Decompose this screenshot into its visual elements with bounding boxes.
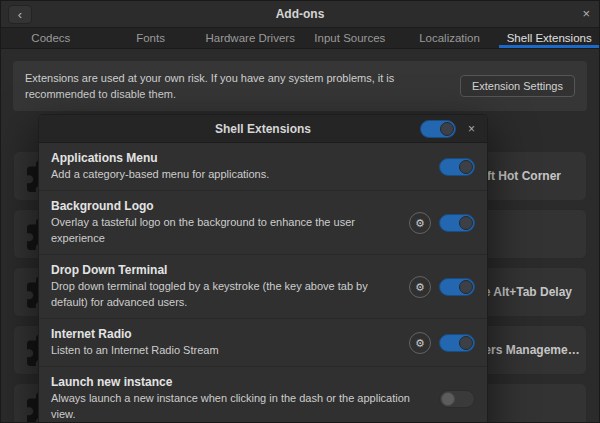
extension-name: Applications Menu bbox=[51, 151, 431, 165]
dialog-master-toggle[interactable] bbox=[420, 120, 456, 138]
row-toggle[interactable] bbox=[439, 278, 475, 296]
extension-description: Always launch a new instance when clicki… bbox=[51, 391, 431, 422]
shell-extensions-dialog: Shell Extensions × Applications Menu Add… bbox=[38, 114, 488, 423]
tab-bar: Codecs Fonts Hardware Drivers Input Sour… bbox=[1, 28, 599, 49]
extension-settings-button[interactable]: Extension Settings bbox=[460, 75, 575, 97]
tab-label: Shell Extensions bbox=[507, 32, 592, 44]
toggle-knob bbox=[441, 392, 455, 406]
row-toggle[interactable] bbox=[439, 214, 475, 232]
tab-shell-extensions[interactable]: Shell Extensions bbox=[499, 28, 599, 48]
gear-icon-button[interactable]: ⚙ bbox=[409, 212, 431, 234]
row-text: Applications Menu Add a category-based m… bbox=[51, 151, 431, 182]
back-button[interactable]: ‹ bbox=[8, 5, 32, 24]
warning-text: Extensions are used at your own risk. If… bbox=[25, 70, 448, 103]
extension-tile-name: ve Alt+Tab Delay bbox=[477, 285, 572, 299]
extension-description: Add a category-based menu for applicatio… bbox=[51, 167, 431, 182]
row-text: Internet Radio Listen to an Internet Rad… bbox=[51, 327, 401, 358]
tab-codecs[interactable]: Codecs bbox=[1, 28, 101, 48]
dialog-header: Shell Extensions × bbox=[39, 115, 487, 143]
tab-label: Input Sources bbox=[314, 32, 385, 44]
row-text: Drop Down Terminal Drop down terminal to… bbox=[51, 263, 401, 310]
tab-fonts[interactable]: Fonts bbox=[101, 28, 201, 48]
tab-label: Codecs bbox=[31, 32, 70, 44]
gear-icon: ⚙ bbox=[415, 337, 425, 349]
gear-icon-button[interactable]: ⚙ bbox=[409, 332, 431, 354]
extension-description: Drop down terminal toggled by a keystrok… bbox=[51, 279, 401, 310]
row-text: Launch new instance Always launch a new … bbox=[51, 375, 431, 422]
window-title: Add-ons bbox=[276, 7, 325, 21]
row-toggle[interactable] bbox=[439, 158, 475, 176]
window-close-icon[interactable]: × bbox=[582, 7, 590, 21]
tab-label: Hardware Drivers bbox=[205, 32, 294, 44]
extensions-warning-banner: Extensions are used at your own risk. If… bbox=[13, 61, 587, 111]
toggle-knob bbox=[459, 280, 473, 294]
toggle-knob bbox=[459, 336, 473, 350]
extension-description: Listen to an Internet Radio Stream bbox=[51, 343, 401, 358]
toggle-knob bbox=[440, 122, 454, 136]
gear-icon: ⚙ bbox=[415, 281, 425, 293]
row-toggle[interactable] bbox=[439, 334, 475, 352]
toggle-knob bbox=[459, 216, 473, 230]
addons-window: ‹ Add-ons × Codecs Fonts Hardware Driver… bbox=[0, 0, 600, 423]
extension-name: Background Logo bbox=[51, 199, 401, 213]
gear-icon: ⚙ bbox=[415, 217, 425, 229]
tab-input-sources[interactable]: Input Sources bbox=[300, 28, 400, 48]
tab-label: Fonts bbox=[136, 32, 165, 44]
row-toggle[interactable] bbox=[439, 390, 475, 408]
extension-tile-name: ders Manageme… bbox=[477, 343, 580, 357]
extension-description: Overlay a tasteful logo on the backgroun… bbox=[51, 215, 401, 246]
extension-tile-name: left Hot Corner bbox=[477, 169, 561, 183]
extension-row-internet-radio: Internet Radio Listen to an Internet Rad… bbox=[39, 318, 487, 366]
toggle-knob bbox=[459, 160, 473, 174]
extension-row-applications-menu: Applications Menu Add a category-based m… bbox=[39, 143, 487, 190]
extension-row-background-logo: Background Logo Overlay a tasteful logo … bbox=[39, 190, 487, 254]
titlebar: ‹ Add-ons × bbox=[1, 1, 599, 28]
tab-hardware-drivers[interactable]: Hardware Drivers bbox=[200, 28, 300, 48]
back-chevron-icon: ‹ bbox=[18, 7, 22, 22]
tab-label: Localization bbox=[419, 32, 480, 44]
extension-row-launch-new-instance: Launch new instance Always launch a new … bbox=[39, 366, 487, 423]
extension-name: Launch new instance bbox=[51, 375, 431, 389]
extension-name: Drop Down Terminal bbox=[51, 263, 401, 277]
tab-localization[interactable]: Localization bbox=[400, 28, 500, 48]
gear-icon-button[interactable]: ⚙ bbox=[409, 276, 431, 298]
row-text: Background Logo Overlay a tasteful logo … bbox=[51, 199, 401, 246]
extension-row-drop-down-terminal: Drop Down Terminal Drop down terminal to… bbox=[39, 254, 487, 318]
extension-name: Internet Radio bbox=[51, 327, 401, 341]
dialog-close-icon[interactable]: × bbox=[468, 123, 475, 135]
